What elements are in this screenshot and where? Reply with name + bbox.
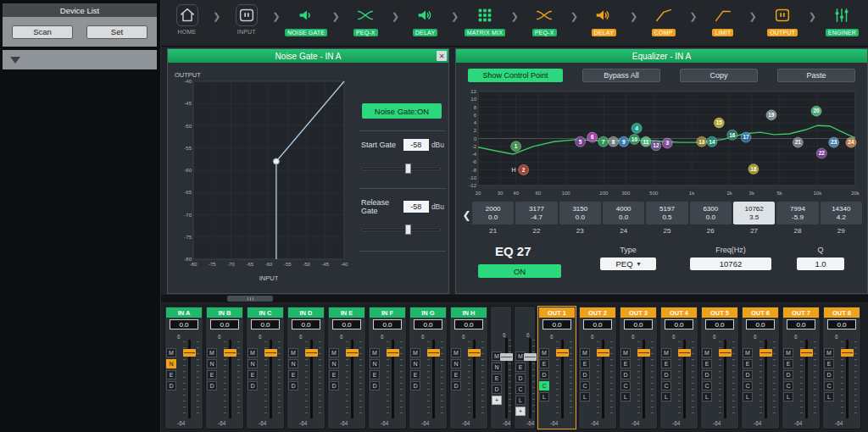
eq-band-28[interactable]: 7994-5.928 bbox=[776, 202, 818, 235]
channel-btn-m[interactable]: M bbox=[166, 348, 176, 357]
eq-graph[interactable]: 121086420-2-4-6-8-10-1220304060100200300… bbox=[463, 88, 860, 198]
channel-label[interactable]: OUT 2 bbox=[580, 307, 615, 318]
channel-btn-m[interactable]: M bbox=[248, 348, 258, 357]
channel-gain-value[interactable]: 0.0 bbox=[414, 319, 442, 330]
module-peq-x[interactable]: PEQ-X bbox=[519, 0, 570, 36]
channel-btn-m[interactable]: M bbox=[743, 348, 753, 357]
release-gate-value[interactable]: -58 bbox=[403, 201, 429, 213]
set-button[interactable]: Set bbox=[86, 25, 147, 39]
channel-strip-in-h[interactable]: IN H0.0MNED6-64 bbox=[449, 306, 488, 429]
channel-btn-e[interactable]: E bbox=[539, 359, 549, 368]
show-control-point-button[interactable]: Show Control Point bbox=[468, 69, 563, 82]
channel-btn-n[interactable]: N bbox=[370, 359, 380, 368]
eq-band-values[interactable]: 107623.5 bbox=[733, 202, 775, 224]
channel-gain-value[interactable]: 0.0 bbox=[624, 319, 653, 330]
eq-band-23[interactable]: 31500.023 bbox=[559, 202, 601, 235]
channel-btn-m[interactable]: M bbox=[580, 348, 590, 357]
channel-strip-out-2[interactable]: OUT 20.0MEDCL6-64 bbox=[578, 306, 617, 429]
channel-btn-d[interactable]: D bbox=[370, 381, 380, 390]
channel-strip-out-3[interactable]: OUT 30.0MEDCL6-64 bbox=[619, 306, 658, 429]
eq-band-values[interactable]: 51970.5 bbox=[646, 202, 687, 224]
eq-band-values[interactable]: 20000.0 bbox=[472, 202, 514, 224]
channel-btn-n[interactable]: N bbox=[451, 359, 461, 368]
channel-strip-in-f[interactable]: IN F0.0MNED6-64 bbox=[368, 306, 407, 429]
channel-btn-n[interactable]: N bbox=[329, 359, 339, 368]
eq-band-21[interactable]: 20000.021 bbox=[472, 202, 514, 235]
fader-handle[interactable] bbox=[427, 349, 440, 357]
eq-band-values[interactable]: 31500.0 bbox=[559, 202, 601, 224]
type-select[interactable]: PEQ ▾ bbox=[600, 258, 656, 270]
channel-btn-n[interactable]: N bbox=[207, 359, 217, 368]
eq-band-25[interactable]: 51970.525 bbox=[646, 202, 687, 235]
module-input[interactable]: INPUT bbox=[220, 0, 272, 35]
fader-handle[interactable] bbox=[305, 349, 318, 357]
channel-label[interactable]: IN B bbox=[207, 307, 242, 318]
channel-strip-out-4[interactable]: OUT 40.0MEDCL6-64 bbox=[659, 306, 698, 429]
channel-btn-m[interactable]: M bbox=[329, 348, 339, 357]
channel-btn-l[interactable]: L bbox=[824, 392, 834, 402]
channel-label[interactable]: OUT 5 bbox=[702, 307, 737, 318]
channel-btn-c[interactable]: C bbox=[743, 381, 753, 390]
channel-btn-c[interactable]: C bbox=[539, 381, 549, 390]
channel-btn-l[interactable]: L bbox=[743, 392, 753, 402]
channel-btn-l[interactable]: L bbox=[580, 392, 590, 402]
channel-btn-e[interactable]: E bbox=[370, 370, 380, 379]
channel-label[interactable]: OUT 8 bbox=[824, 307, 860, 318]
channel-btn-l[interactable]: L bbox=[515, 396, 526, 405]
channel-strip-in-b[interactable]: IN B0.0MNED6-64 bbox=[205, 306, 244, 429]
channel-btn-d[interactable]: D bbox=[824, 370, 834, 379]
channel-btn-m[interactable]: M bbox=[288, 348, 298, 357]
eq-band-24[interactable]: 40000.024 bbox=[603, 202, 644, 235]
channel-strip-out-7[interactable]: OUT 70.0MEDCL6-64 bbox=[782, 306, 821, 429]
bypass-all-button[interactable]: Bypass All bbox=[582, 69, 660, 82]
horizontal-scrollbar[interactable] bbox=[161, 295, 868, 302]
channel-btn-e[interactable]: E bbox=[580, 359, 590, 368]
channel-btn-l[interactable]: L bbox=[702, 392, 712, 402]
module-home[interactable]: HOME bbox=[161, 0, 213, 35]
eq-band-27[interactable]: 107623.527 bbox=[733, 202, 775, 235]
channel-btn-n[interactable]: N bbox=[288, 359, 298, 368]
channel-btn-m[interactable]: M bbox=[783, 348, 793, 357]
channel-strip-in-d[interactable]: IN D0.0MNED6-64 bbox=[287, 306, 326, 429]
channel-btn-e[interactable]: E bbox=[166, 370, 176, 379]
channel-btn-m[interactable]: M bbox=[539, 348, 549, 357]
equalizer-window-title[interactable]: Equalizer - IN A bbox=[456, 49, 867, 63]
module-delay[interactable]: DELAY bbox=[399, 0, 451, 36]
channel-btn-d[interactable]: D bbox=[410, 381, 420, 390]
copy-button[interactable]: Copy bbox=[680, 69, 758, 82]
channel-btn-m[interactable]: M bbox=[370, 348, 380, 357]
channel-gain-value[interactable]: 0.0 bbox=[827, 319, 856, 330]
channel-btn-d[interactable]: D bbox=[515, 374, 526, 383]
channel-btn-d[interactable]: D bbox=[702, 370, 712, 379]
channel-gain-value[interactable]: 0.0 bbox=[705, 319, 734, 330]
channel-btn-e[interactable]: E bbox=[248, 370, 258, 379]
fader-handle[interactable] bbox=[760, 349, 772, 357]
fader-handle[interactable] bbox=[678, 349, 691, 357]
channel-btn-e[interactable]: E bbox=[410, 370, 420, 379]
device-tree-row[interactable] bbox=[3, 50, 157, 69]
channel-btn-e[interactable]: E bbox=[515, 363, 526, 372]
channel-btn-c[interactable]: C bbox=[783, 381, 793, 390]
module-enginer[interactable]: ENGINER bbox=[816, 0, 868, 36]
noise-gate-graph[interactable]: -80-75-70-65-60-55-50-45-40-40-45-50-55-… bbox=[173, 69, 353, 285]
channel-btn-d[interactable]: D bbox=[580, 370, 590, 379]
channel-label[interactable]: OUT 1 bbox=[539, 307, 575, 318]
channel-btn-d[interactable]: D bbox=[783, 370, 793, 379]
channel-gain-value[interactable]: 0.0 bbox=[332, 319, 361, 330]
fader-handle[interactable] bbox=[500, 353, 513, 361]
module-limit[interactable]: LIMIT bbox=[697, 0, 748, 36]
channel-btn-c[interactable]: C bbox=[702, 381, 712, 390]
channel-btn-e[interactable]: E bbox=[620, 359, 631, 368]
channel-btn-n[interactable]: N bbox=[410, 359, 420, 368]
scan-button[interactable]: Scan bbox=[12, 25, 73, 39]
channel-strip-in-c[interactable]: IN C0.0MNED6-64 bbox=[246, 306, 285, 429]
channel-btn-e[interactable]: E bbox=[207, 370, 217, 379]
channel-gain-value[interactable]: 0.0 bbox=[210, 319, 239, 330]
module-comp[interactable]: COMP bbox=[637, 0, 689, 36]
fader-handle[interactable] bbox=[556, 349, 569, 357]
channel-label[interactable]: IN E bbox=[329, 307, 364, 318]
channel-btn-m[interactable]: M bbox=[410, 348, 420, 357]
channel-label[interactable]: OUT 4 bbox=[661, 307, 697, 318]
channel-btn-c[interactable]: C bbox=[824, 381, 834, 390]
eq-band-values[interactable]: 7994-5.9 bbox=[776, 202, 818, 224]
